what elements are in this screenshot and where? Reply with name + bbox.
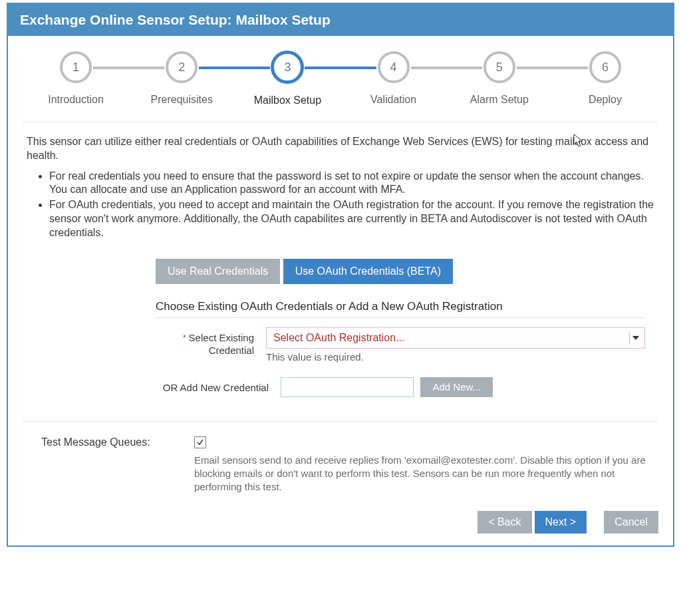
bullet-list: For real credentials you need to ensure … [23,170,658,240]
intro-text: This sensor can utilize either real cred… [27,135,654,163]
step-connector [305,67,376,69]
step-mailbox-setup[interactable]: 3 Mailbox Setup [267,51,307,106]
step-connector [517,67,588,69]
step-introduction[interactable]: 1 Introduction [56,51,96,106]
section-title: Choose Existing OAuth Credentials or Add… [156,300,645,313]
step-prerequisites[interactable]: 2 Prerequisites [162,51,202,106]
step-connector [199,67,270,69]
next-button[interactable]: Next > [535,511,587,534]
dialog-body: 1 Introduction 2 Prerequisites 3 Mailbox… [8,36,673,545]
test-message-queues-section: Test Message Queues: Email sensors send … [23,421,658,494]
step-number: 1 [60,51,92,83]
step-connector [93,67,164,69]
test-message-queues-label: Test Message Queues: [23,436,194,494]
new-credential-input[interactable] [281,377,414,397]
back-button[interactable]: < Back [477,511,531,534]
step-connector [411,67,482,69]
select-existing-label: *Select Existing Credential [156,327,266,357]
step-label: Deploy [589,94,622,106]
add-new-label: OR Add New Credential [156,377,281,394]
step-number: 3 [271,51,304,84]
step-deploy[interactable]: 6 Deploy [585,51,625,106]
step-label: Mailbox Setup [254,94,321,106]
divider [156,317,645,318]
select-existing-row: *Select Existing Credential Select OAuth… [156,327,645,363]
validation-error-text: This value is required. [266,351,645,363]
stepper: 1 Introduction 2 Prerequisites 3 Mailbox… [56,51,625,106]
oauth-registration-select[interactable]: Select OAuth Registration... [266,327,645,349]
bullet-item: For real credentials you need to ensure … [49,170,658,198]
add-new-row: OR Add New Credential Add New... [156,377,645,397]
step-label: Alarm Setup [470,94,529,106]
step-label: Prerequisites [151,94,213,106]
step-validation[interactable]: 4 Validation [374,51,414,106]
cancel-button[interactable]: Cancel [604,511,658,534]
oauth-section: Choose Existing OAuth Credentials or Add… [23,300,658,397]
divider [23,122,658,123]
label-text: Select Existing Credential [189,332,254,357]
step-label: Introduction [48,94,104,106]
select-placeholder: Select OAuth Registration... [273,332,404,344]
check-icon [196,438,204,446]
credential-type-tabs: Use Real Credentials Use OAuth Credentia… [23,259,658,284]
wizard-dialog: Exchange Online Sensor Setup: Mailbox Se… [7,3,674,547]
step-label: Validation [370,94,416,106]
step-alarm-setup[interactable]: 5 Alarm Setup [479,51,519,106]
dialog-title: Exchange Online Sensor Setup: Mailbox Se… [8,4,673,36]
use-real-credentials-button[interactable]: Use Real Credentials [156,259,280,284]
test-message-queues-checkbox[interactable] [194,436,206,448]
add-new-button[interactable]: Add New... [420,377,493,397]
step-number: 4 [378,51,410,83]
test-message-queues-description: Email sensors send to and receive replie… [194,454,653,494]
step-number: 2 [166,51,198,83]
wizard-footer: < Back Next > Cancel [23,511,658,534]
step-number: 6 [589,51,621,83]
use-oauth-credentials-button[interactable]: Use OAuth Credentials (BETA) [283,259,453,284]
step-number: 5 [483,51,515,83]
bullet-item: For OAuth credentials, you need to accep… [49,198,658,239]
chevron-down-icon [629,332,642,344]
svg-marker-0 [632,336,639,340]
